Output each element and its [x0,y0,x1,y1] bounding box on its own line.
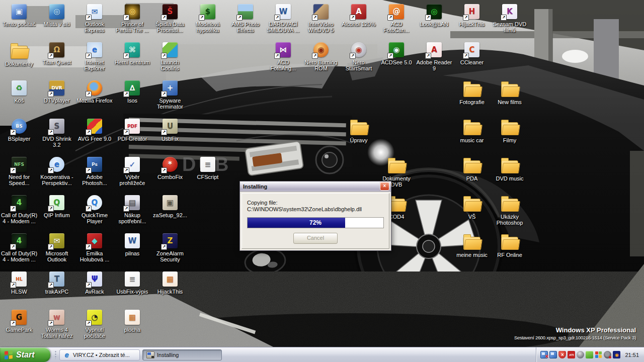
desktop-icon-call-of-duty-r-4-modern[interactable]: 4↗Call of Duty(R) 4 - Modern ... [1,195,38,224]
desktop-icon-dvd-shrink-3-2[interactable]: S↗DVD Shrink 3.2 [38,119,75,148]
cancel-button[interactable]: Cancel [293,233,338,244]
desktop-icon-hijackthis[interactable]: ▦HijackThis [151,272,189,295]
shortcut-arrow-icon: ↗ [350,53,356,59]
desktop-icon-plocha[interactable]: ▦plocha [114,310,151,333]
desktop-icon-nákup-spotřební[interactable]: ▤↗Nákup spotřební... [114,195,151,224]
desktop-icon-acd-fotocan[interactable]: @↗ACD FotoCan... [378,4,415,33]
folder-icon [501,199,518,212]
desktop-icon-isos[interactable]: ∆↗Isos [114,80,151,104]
close-icon[interactable]: × [380,182,389,191]
desktop-icon-prince-of-persia-the[interactable]: ◎↗Prince of Persia The ... [114,4,151,33]
desktop-icon-intervideo-windvd-5[interactable]: ↗InterVideo WinDVD 5 [302,4,340,33]
desktop-icon-acd-fotoang[interactable]: ⋈↗ACD FotoAng... [265,42,302,71]
desktop-icon-místa-v-síti[interactable]: ◎Místa v síti [38,4,75,27]
wireless-tray-icon[interactable] [613,351,620,358]
icon-label: DAROVACÍ SMLOUVA ... [265,21,302,33]
taskbar-button-installing[interactable]: Installing [142,349,222,360]
desktop-folder-rf-online[interactable]: RF Online [491,233,528,258]
desktop-icon-quicktime-player[interactable]: Q↗QuickTime Player [76,195,113,224]
desktop-icon-trakaxpc[interactable]: T↗trakAxPC [38,272,75,295]
network-tray-icon[interactable] [549,351,557,358]
desktop-icon-need-for-speed[interactable]: NFS↗Need for Speed... [1,157,38,186]
desktop-icon-pilnas[interactable]: Wpilnas [114,233,151,256]
desktop-icon-pdfcreator[interactable]: PDF↗PDFCreator [114,119,151,142]
windows-update-tray-icon[interactable] [595,351,602,358]
desktop-icon-look-lan[interactable]: ◎↗Look@LAN [416,4,453,27]
desktop-folder-dvd-music[interactable]: DVD music [491,157,528,182]
shortcut-arrow-icon: ↗ [86,282,92,288]
desktop-icon-ccleaner[interactable]: C↗CCleaner [453,42,491,65]
desktop-folder-filmy[interactable]: Filmy [491,119,528,143]
desktop-icon-internet-explorer[interactable]: e↗Internet Explorer [76,42,113,71]
spyware-terminator-tray-icon[interactable] [586,351,593,358]
app-icon: ↗ [238,4,253,19]
desktop-icon-nero-burning-rom[interactable]: ◉↗Nero Burning ROM [302,42,340,71]
desktop-icon-kooperativa-perspektiv[interactable]: e↗Kooperativa - Perspektiv... [38,157,75,186]
desktop-icon-combofix[interactable]: *↗ComboFix [151,157,189,180]
desktop-icon-herní-centrum[interactable]: ⌘↗Herní centrum [114,42,151,65]
security-alert-tray-icon[interactable] [558,351,566,358]
desktop-icon-seznam-dvd-filmů[interactable]: K↗Seznam DVD filmů [491,4,528,33]
quick-launch-grip[interactable] [54,350,57,359]
desktop-icon-titan-quest[interactable]: Ω↗Titan Quest [38,42,75,65]
volume-tray-icon[interactable] [577,351,584,358]
desktop-folder-meine-music[interactable]: meine music [453,233,491,258]
desktop-icon-vypnutí-počítače[interactable]: ◔↗Vypnutí počítače [76,310,113,339]
desktop-icon-zasetup-92[interactable]: ▣zaSetup_92... [151,195,189,218]
desktop-icon-microsoft-outlook[interactable]: ✉↗Microsoft Outlook [38,233,75,262]
desktop-folder-ukázky-photoshop[interactable]: Ukázky Photoshop [491,195,528,226]
desktop-icon-bsplayer[interactable]: BS↗BSplayer [1,119,38,142]
shortcut-arrow-icon: ↗ [387,15,393,21]
desktop-icon-usbfix[interactable]: U↗UsbFix [151,119,189,142]
desktop-icon-spyware-terminator[interactable]: +↗Spyware Terminator [151,80,189,110]
desktop-icon-worms-4-totální-nářez[interactable]: w↗Worms 4 Totální nářez [38,310,75,339]
desktop-folder-music-car[interactable]: music car [453,119,491,143]
desktop-icon-gamepark[interactable]: G↗GamePark [1,310,38,333]
desktop-icon-koš[interactable]: ♻Koš [1,80,38,104]
desktop-icon-qip-infium[interactable]: Q↗QIP Infium [38,195,75,218]
desktop-icon-zonealarm-security[interactable]: Z↗ZoneAlarm Security [151,233,189,262]
app-icon: ◉↗ [351,42,366,57]
dialog-titlebar[interactable]: Installing × [240,182,391,192]
desktop-icon-darovací-smlouva[interactable]: W↗DAROVACÍ SMLOUVA ... [265,4,302,33]
network-offline-tray-icon[interactable] [540,351,548,358]
desktop-folder-vš[interactable]: VŠ [453,195,491,220]
desktop-icon-ams-photo-effects[interactable]: ↗AMS Photo Effects [227,4,264,33]
ati-tray-icon[interactable]: ATI [568,351,575,358]
desktop-icon-adobe-reader-9[interactable]: A↗Adobe Reader 9 [416,42,453,71]
desktop-icon-emilka-holubová[interactable]: ◆↗Emilka Holubová ... [76,233,113,262]
desktop-icon-hijackthis[interactable]: H↗HijackThis [453,4,491,27]
start-button[interactable]: Start [0,347,50,362]
taskbar-button-viry-cz-zobrazit-té[interactable]: eVIRY.CZ • Zobrazit té... [59,349,140,360]
app-icon: ▤↗ [125,195,140,210]
desktop-icon-outlook-express[interactable]: ✉↗Outlook Express [76,4,113,33]
desktop-icon-avg-free-9-0[interactable]: ↗AVG Free 9.0 [76,119,113,142]
desktop-folder-fotografie[interactable]: Fotografie [453,80,491,105]
app-icon: Ψ↗ [87,272,102,287]
icon-glyph: Q [54,199,60,207]
desktop-icon-acdsee-5-0[interactable]: ◉↗ACDSee 5.0 [378,42,415,65]
app-icon: Q↗ [87,195,102,210]
desktop-icon-modelová-hypotéka[interactable]: $↗Modelová hypotéka [189,4,226,33]
desktop-icon-špidla-data-processi[interactable]: Š↗Špidla Data Processi... [151,4,189,33]
desktop-icon-alcohol-120[interactable]: A↗Alcohol 120% [340,4,377,27]
desktop-icon-call-of-duty-r-4-modern[interactable]: 4↗Call of Duty(R) 4 - Modern ... [1,233,38,262]
app-icon: A↗ [427,42,442,57]
desktop-icon-usbfix-výpis[interactable]: ≡UsbFix-výpis [114,272,151,295]
taskbar-clock[interactable]: 21:51 [625,352,639,358]
comodo-tray-icon[interactable] [604,351,611,358]
desktop-icon-výběr-prohlížeče[interactable]: ✓↗Výběr prohlížeče [114,157,151,186]
desktop-icon-mozilla-firefox[interactable]: ↗Mozilla Firefox [76,80,113,104]
desktop-icon-avrack[interactable]: Ψ↗AvRack [76,272,113,295]
desktop-folder-new-films[interactable]: New films [491,80,528,105]
desktop-icon-cfscript[interactable]: ≡CFScript [189,157,226,180]
desktop-icon-dtvplayer[interactable]: DVR↗DTVplayer [38,80,75,104]
desktop-folder-pda[interactable]: PDA [453,157,491,182]
desktop-icon-hlsw[interactable]: HL↗HLSW [1,272,38,295]
desktop-folder-dokumenty[interactable]: Dokumenty [1,42,38,67]
desktop-folder-pravy[interactable]: Úpravy [340,119,377,143]
desktop-icon-nero-startsmart[interactable]: ◉↗Nero StartSmart [340,42,377,71]
desktop-icon-adobe-photosh[interactable]: Ps↗Adobe Photosh... [76,157,113,186]
desktop-icon-tento-počítač[interactable]: ▣Tento počítač [1,4,38,27]
desktop-icon-launch-cooliris[interactable]: ↗Launch Cooliris [151,42,189,71]
